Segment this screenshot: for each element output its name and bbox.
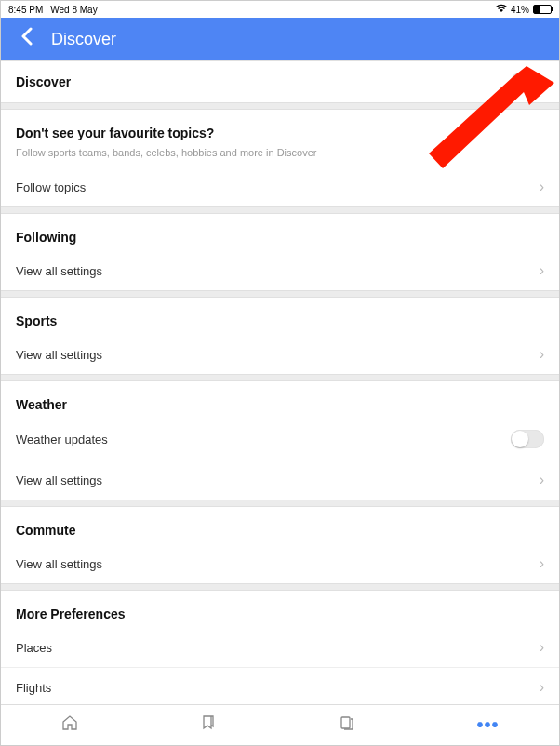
chevron-right-icon: › [540, 472, 544, 488]
sports-header: Sports [1, 298, 559, 335]
status-time: 8:45 PM [8, 5, 43, 15]
bookmark-tab-icon[interactable] [199, 713, 218, 737]
chevron-right-icon: › [540, 262, 544, 279]
following-viewall-row[interactable]: View all settings › [1, 251, 559, 290]
more-tab-icon[interactable]: ••• [476, 714, 499, 736]
discover-section: Discover [1, 60, 559, 103]
following-header: Following [1, 214, 559, 251]
following-section: Following View all settings › [1, 213, 559, 291]
flights-row[interactable]: Flights › [1, 668, 559, 704]
follow-topics-label: Follow topics [16, 180, 86, 194]
places-label: Places [16, 641, 52, 655]
nav-header: Discover [1, 18, 559, 60]
commute-viewall-row[interactable]: View all settings › [1, 544, 559, 583]
status-date: Wed 8 May [50, 5, 97, 15]
discover-toggle[interactable] [511, 73, 544, 91]
sports-viewall-row[interactable]: View all settings › [1, 335, 559, 374]
battery-icon [533, 5, 552, 14]
chevron-right-icon: › [540, 639, 544, 656]
tab-bar: ••• [1, 704, 559, 745]
weather-updates-toggle[interactable] [511, 430, 544, 448]
home-tab-icon[interactable] [60, 713, 79, 737]
favourite-header: Don't see your favourite topics? [1, 110, 559, 147]
content-scroll[interactable]: Discover Don't see your favourite topics… [1, 60, 559, 704]
discover-toggle-row[interactable]: Discover [1, 61, 559, 102]
commute-section: Commute View all settings › [1, 506, 559, 584]
chevron-right-icon: › [540, 555, 544, 572]
more-prefs-header: More Preferences [1, 591, 559, 628]
favourite-section: Don't see your favourite topics? Follow … [1, 109, 559, 207]
more-prefs-section: More Preferences Places › Flights › Park… [1, 590, 559, 704]
wifi-icon [496, 4, 507, 15]
weather-viewall-row[interactable]: View all settings › [1, 460, 559, 500]
page-title: Discover [51, 30, 116, 49]
status-bar: 8:45 PM Wed 8 May 41% [1, 1, 559, 18]
discover-label: Discover [16, 74, 71, 89]
favourite-subtext: Follow sports teams, bands, celebs, hobb… [1, 147, 559, 167]
back-button[interactable] [20, 27, 33, 51]
weather-header: Weather [1, 381, 559, 419]
chevron-right-icon: › [540, 679, 544, 696]
weather-viewall-label: View all settings [16, 473, 102, 487]
weather-updates-label: Weather updates [16, 433, 108, 446]
chevron-right-icon: › [540, 179, 544, 195]
svg-rect-0 [341, 717, 350, 728]
sports-section: Sports View all settings › [1, 297, 559, 375]
weather-updates-row[interactable]: Weather updates [1, 419, 559, 460]
chevron-right-icon: › [540, 346, 544, 363]
weather-section: Weather Weather updates View all setting… [1, 380, 559, 500]
places-row[interactable]: Places › [1, 628, 559, 668]
recent-tab-icon[interactable] [338, 713, 356, 737]
following-viewall-label: View all settings [16, 264, 102, 278]
sports-viewall-label: View all settings [16, 348, 102, 362]
commute-header: Commute [1, 507, 559, 544]
battery-percent: 41% [511, 5, 529, 15]
flights-label: Flights [16, 681, 51, 695]
follow-topics-row[interactable]: Follow topics › [1, 167, 559, 206]
commute-viewall-label: View all settings [16, 557, 102, 571]
